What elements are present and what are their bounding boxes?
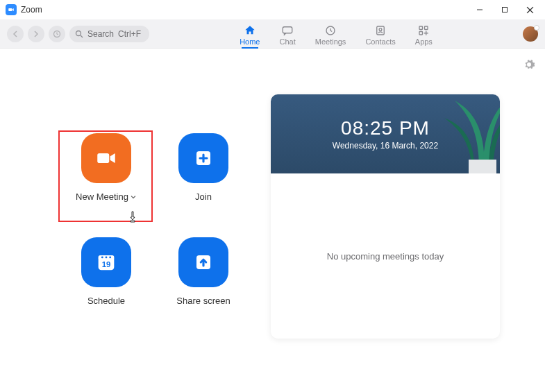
calendar-icon: 19 [94, 250, 118, 274]
content: New Meeting Join 19 Schedule [0, 49, 545, 392]
tabs: Home Chat Meetings Contacts Apps [153, 19, 519, 48]
app-title: Zoom [21, 5, 42, 15]
close-button[interactable] [517, 0, 542, 19]
tab-meetings[interactable]: Meetings [315, 19, 346, 48]
svg-line-7 [81, 35, 83, 37]
svg-rect-14 [419, 31, 423, 35]
svg-rect-13 [425, 26, 428, 30]
empty-message: No upcoming meetings today [327, 251, 444, 262]
new-meeting-label: New Meeting [76, 191, 137, 202]
search-shortcut: Ctrl+F [118, 29, 141, 39]
toolbar: Search Ctrl+F Home Chat Meetings Contact… [0, 19, 545, 49]
history-button[interactable] [49, 26, 65, 42]
share-icon [193, 252, 214, 273]
clock-icon [324, 24, 337, 37]
schedule-button[interactable]: 19 [81, 237, 131, 287]
maximize-button[interactable] [492, 0, 517, 19]
tab-chat[interactable]: Chat [279, 19, 295, 48]
plus-icon [193, 148, 214, 169]
chat-icon [281, 24, 294, 37]
clock-date: Wednesday, 16 March, 2022 [333, 141, 438, 151]
tab-home[interactable]: Home [240, 19, 260, 48]
cursor-icon [128, 211, 139, 226]
window-controls [467, 0, 542, 19]
back-button[interactable] [7, 26, 24, 42]
video-icon [94, 146, 118, 170]
share-label: Share screen [176, 296, 230, 306]
search-icon [75, 30, 83, 38]
svg-rect-2 [503, 8, 508, 12]
contacts-icon [374, 24, 387, 37]
home-icon [244, 24, 256, 37]
card-header: 08:25 PM Wednesday, 16 March, 2022 [271, 94, 500, 173]
titlebar-left: Zoom [6, 4, 42, 15]
svg-rect-12 [419, 26, 423, 30]
titlebar: Zoom [0, 0, 545, 19]
forward-button[interactable] [28, 26, 44, 42]
join-button[interactable] [178, 133, 228, 183]
meetings-card: 08:25 PM Wednesday, 16 March, 2022 No up… [271, 94, 500, 339]
app-icon [6, 4, 17, 15]
tab-contacts[interactable]: Contacts [365, 19, 395, 48]
search-label: Search [87, 29, 114, 39]
svg-text:19: 19 [102, 260, 111, 269]
apps-icon [417, 24, 430, 37]
search-input[interactable]: Search Ctrl+F [69, 26, 149, 42]
svg-point-11 [379, 28, 382, 31]
join-label: Join [195, 191, 212, 202]
avatar[interactable] [523, 26, 538, 42]
svg-point-21 [109, 257, 111, 259]
share-tile[interactable]: Share screen [158, 237, 249, 327]
new-meeting-button[interactable] [81, 133, 131, 183]
share-button[interactable] [178, 237, 228, 287]
schedule-label: Schedule [87, 296, 125, 306]
clock-time: 08:25 PM [341, 117, 430, 139]
svg-rect-0 [8, 8, 12, 11]
svg-point-20 [106, 257, 108, 259]
chevron-down-icon[interactable] [130, 194, 137, 201]
svg-rect-24 [469, 160, 496, 173]
svg-point-6 [76, 31, 81, 35]
minimize-button[interactable] [467, 0, 492, 19]
card-body: No upcoming meetings today [271, 173, 500, 339]
schedule-tile[interactable]: 19 Schedule [61, 237, 151, 327]
svg-rect-15 [97, 153, 109, 163]
tab-apps[interactable]: Apps [415, 19, 433, 48]
status-indicator [534, 25, 539, 31]
new-meeting-tile[interactable]: New Meeting [61, 133, 151, 223]
settings-button[interactable] [523, 58, 535, 74]
join-tile[interactable]: Join [158, 133, 249, 223]
action-grid: New Meeting Join 19 Schedule [61, 133, 249, 327]
gear-icon [523, 58, 535, 71]
svg-rect-8 [283, 26, 292, 33]
svg-point-19 [101, 257, 103, 259]
plant-decor [430, 94, 500, 173]
